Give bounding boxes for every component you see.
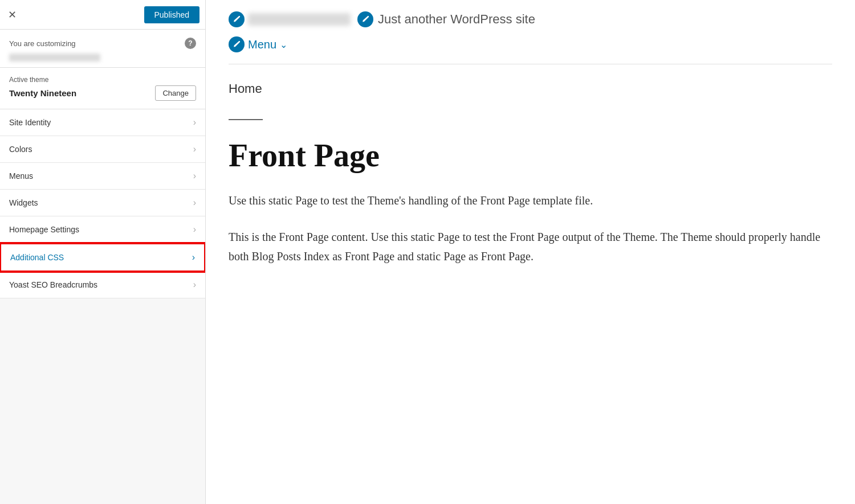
nav-item-label-menus: Menus [9, 171, 33, 181]
chevron-right-icon: › [193, 198, 196, 208]
customizing-section: You are customizing ? [0, 30, 205, 68]
preview-divider [229, 64, 832, 64]
preview-header: Just another WordPress site [206, 0, 855, 33]
nav-item-site-identity[interactable]: Site Identity› [0, 109, 205, 136]
close-button[interactable]: ✕ [6, 6, 22, 23]
chevron-right-icon: › [193, 144, 196, 154]
active-theme-section: Active theme Twenty Nineteen Change [0, 68, 205, 109]
nav-item-menus[interactable]: Menus› [0, 163, 205, 190]
menu-edit-icon[interactable] [229, 36, 245, 52]
chevron-right-icon: › [193, 117, 196, 128]
active-theme-label: Active theme [9, 76, 196, 84]
chevron-right-icon: › [193, 171, 196, 181]
menu-label[interactable]: Menu [248, 38, 276, 51]
help-icon[interactable]: ? [185, 38, 196, 49]
nav-item-label-widgets: Widgets [9, 198, 38, 207]
site-tagline: Just another WordPress site [357, 11, 535, 27]
customizing-text: You are customizing [9, 39, 76, 48]
site-logo-edit [229, 11, 351, 27]
chevron-right-icon: › [193, 224, 196, 235]
nav-item-label-colors: Colors [9, 145, 32, 154]
nav-item-additional-css[interactable]: Additional CSS› [0, 243, 205, 272]
customizing-label: You are customizing ? [9, 38, 196, 49]
paragraph-2: This is the Front Page content. Use this… [206, 227, 855, 283]
nav-item-label-additional-css: Additional CSS [10, 253, 64, 262]
paragraph-1: Use this static Page to test the Theme's… [206, 191, 855, 227]
nav-item-homepage-settings[interactable]: Homepage Settings› [0, 216, 205, 243]
logo-blur-image [248, 13, 351, 26]
nav-list: Site Identity›Colors›Menus›Widgets›Homep… [0, 109, 205, 504]
nav-item-label-homepage-settings: Homepage Settings [9, 225, 79, 234]
chevron-right-icon: › [193, 280, 196, 290]
nav-item-yoast-seo-breadcrumbs[interactable]: Yoast SEO Breadcrumbs› [0, 272, 205, 298]
home-nav-link[interactable]: Home [206, 81, 855, 108]
published-button[interactable]: Published [144, 6, 200, 23]
nav-item-label-yoast-seo-breadcrumbs: Yoast SEO Breadcrumbs [9, 280, 97, 289]
nav-item-label-site-identity: Site Identity [9, 118, 51, 127]
tagline-edit-icon[interactable] [357, 11, 373, 27]
theme-name: Twenty Nineteen [9, 88, 76, 98]
decorative-rule [229, 119, 263, 120]
sidebar: ✕ Published You are customizing ? Active… [0, 0, 206, 504]
change-theme-button[interactable]: Change [155, 85, 196, 101]
site-title-blur [9, 54, 100, 62]
top-bar: ✕ Published [0, 0, 205, 30]
nav-item-widgets[interactable]: Widgets› [0, 190, 205, 216]
preview-menu: Menu ⌄ [206, 33, 855, 64]
active-theme-row: Twenty Nineteen Change [9, 85, 196, 101]
main-preview: Just another WordPress site Menu ⌄ Home … [206, 0, 855, 504]
tagline-text: Just another WordPress site [378, 12, 535, 27]
nav-item-colors[interactable]: Colors› [0, 136, 205, 163]
page-title: Front Page [206, 137, 855, 191]
chevron-right-icon: › [192, 252, 195, 263]
menu-chevron-icon: ⌄ [280, 39, 287, 50]
logo-edit-icon[interactable] [229, 11, 245, 27]
